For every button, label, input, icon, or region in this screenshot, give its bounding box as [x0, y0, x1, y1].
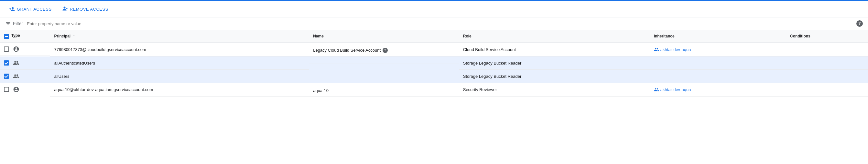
- table-row: 779980017373@cloudbuild.gserviceaccount.…: [0, 43, 868, 56]
- principal-header-label: Principal: [54, 34, 70, 38]
- role-cell: Storage Legacy Bucket Reader: [459, 56, 650, 70]
- conditions-cell: [786, 70, 868, 83]
- grant-access-label: GRANT ACCESS: [17, 7, 52, 12]
- inheritance-cell: [650, 70, 786, 83]
- person-link-icon: [654, 87, 659, 92]
- inheritance-header-label: Inheritance: [654, 34, 675, 38]
- name-cell-container: Legacy Cloud Build Service Account?: [309, 45, 459, 56]
- remove-access-label: REMOVE ACCESS: [70, 7, 108, 12]
- group-icon: [13, 60, 20, 66]
- role-cell: Security Reviewer: [459, 83, 650, 96]
- name-cell-container: [309, 70, 459, 77]
- name-cell: aqua-10: [313, 88, 329, 93]
- checkbox-cell: [0, 43, 50, 56]
- permissions-table: Type Principal ↑ Name Role Inheritance C…: [0, 30, 868, 96]
- inheritance-label: akhtar-dev-aqua: [660, 47, 691, 52]
- table-row: allAuthenticatedUsers Storage Legacy Buc…: [0, 56, 868, 70]
- checkbox-cell: [0, 70, 50, 83]
- service-account-icon: [13, 46, 20, 52]
- filter-input[interactable]: [27, 21, 863, 26]
- sort-icon: ↑: [73, 34, 75, 38]
- select-all-checkbox[interactable]: [4, 34, 9, 39]
- name-cell: Legacy Cloud Build Service Account: [313, 48, 381, 53]
- principal-cell: allAuthenticatedUsers: [50, 56, 309, 70]
- filter-icon: [5, 20, 11, 27]
- filter-icon-area: Filter: [5, 20, 23, 27]
- name-cell-container: [309, 57, 459, 64]
- principal-value: allAuthenticatedUsers: [54, 61, 95, 66]
- conditions-cell: [786, 43, 868, 56]
- row-checkbox[interactable]: [4, 74, 9, 79]
- row-checkbox[interactable]: [4, 87, 9, 92]
- inheritance-cell: akhtar-dev-aqua: [650, 83, 786, 96]
- principal-value: aqua-10@akhtar-dev-aqua.iam.gserviceacco…: [54, 87, 153, 92]
- name-help-icon[interactable]: ?: [382, 48, 388, 53]
- inheritance-cell: akhtar-dev-aqua: [650, 43, 786, 56]
- inheritance-link[interactable]: akhtar-dev-aqua: [654, 47, 782, 52]
- conditions-cell: [786, 83, 868, 96]
- remove-person-icon: [62, 6, 68, 12]
- role-header-label: Role: [463, 34, 471, 38]
- add-person-icon: [9, 6, 15, 12]
- name-header-label: Name: [313, 34, 324, 38]
- conditions-cell: [786, 56, 868, 70]
- service-account-icon: [13, 86, 20, 93]
- table-row: aqua-10@akhtar-dev-aqua.iam.gserviceacco…: [0, 83, 868, 96]
- filter-label: Filter: [13, 21, 23, 26]
- principal-value: 779980017373@cloudbuild.gserviceaccount.…: [54, 47, 146, 52]
- checkbox-cell: [0, 83, 50, 96]
- principal-cell: 779980017373@cloudbuild.gserviceaccount.…: [50, 43, 309, 56]
- type-header-label: Type: [11, 33, 20, 38]
- role-value: Storage Legacy Bucket Reader: [463, 61, 522, 66]
- group-icon: [13, 73, 20, 79]
- toolbar: GRANT ACCESS REMOVE ACCESS: [0, 1, 868, 17]
- inheritance-header: Inheritance: [650, 30, 786, 43]
- principal-cell: allUsers: [50, 70, 309, 83]
- table-header-row: Type Principal ↑ Name Role Inheritance C…: [0, 30, 868, 43]
- role-value: Storage Legacy Bucket Reader: [463, 74, 522, 79]
- name-header: Name: [309, 30, 459, 43]
- role-value: Cloud Build Service Account: [463, 47, 516, 52]
- grant-access-button[interactable]: GRANT ACCESS: [5, 4, 56, 14]
- principal-value: allUsers: [54, 74, 69, 79]
- filter-bar: Filter ?: [0, 17, 868, 30]
- person-link-icon: [654, 47, 659, 52]
- role-cell: Cloud Build Service Account: [459, 43, 650, 56]
- inheritance-cell: [650, 56, 786, 70]
- checkbox-cell: [0, 56, 50, 70]
- table-row: allUsers Storage Legacy Bucket Reader: [0, 70, 868, 83]
- principal-header[interactable]: Principal ↑: [50, 30, 309, 43]
- principal-cell: aqua-10@akhtar-dev-aqua.iam.gserviceacco…: [50, 83, 309, 96]
- inheritance-label: akhtar-dev-aqua: [660, 87, 691, 92]
- role-cell: Storage Legacy Bucket Reader: [459, 70, 650, 83]
- conditions-header-label: Conditions: [790, 34, 810, 38]
- row-checkbox[interactable]: [4, 46, 9, 52]
- role-header: Role: [459, 30, 650, 43]
- role-value: Security Reviewer: [463, 87, 497, 92]
- row-checkbox[interactable]: [4, 60, 9, 66]
- checkbox-header[interactable]: Type: [0, 30, 50, 43]
- inheritance-link[interactable]: akhtar-dev-aqua: [654, 87, 782, 92]
- help-button[interactable]: ?: [856, 20, 863, 27]
- remove-access-button[interactable]: REMOVE ACCESS: [58, 4, 112, 14]
- conditions-header: Conditions: [786, 30, 868, 43]
- name-cell-container: aqua-10: [309, 85, 459, 96]
